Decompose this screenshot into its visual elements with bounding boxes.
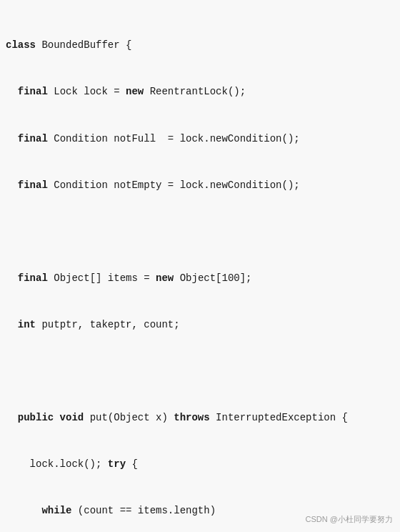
line-3: final Condition notFull = lock.newCondit… <box>6 132 394 147</box>
line-4: final Condition notEmpty = lock.newCondi… <box>6 178 394 194</box>
line-9: public void put(Object x) throws Interru… <box>6 410 394 426</box>
code-container: class BoundedBuffer { final Lock lock = … <box>0 0 400 532</box>
line-2: final Lock lock = new ReentrantLock(); <box>6 84 394 100</box>
line-6: final Object[] items = new Object[100]; <box>6 271 394 287</box>
line-5 <box>6 225 394 240</box>
line-10: lock.lock(); try { <box>6 457 394 473</box>
code-block: class BoundedBuffer { final Lock lock = … <box>6 7 394 532</box>
watermark: CSDN @小杜同学要努力 <box>306 514 393 525</box>
line-8 <box>6 364 394 380</box>
line-1: class BoundedBuffer { <box>6 38 394 54</box>
line-7: int putptr, takeptr, count; <box>6 317 394 333</box>
